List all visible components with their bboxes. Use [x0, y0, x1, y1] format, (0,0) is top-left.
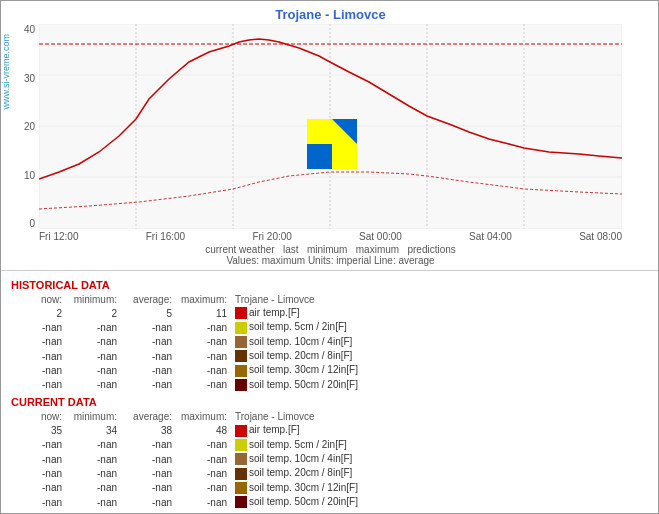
- y-tick-40: 40: [7, 24, 35, 35]
- curr-avg-3: -nan: [121, 466, 176, 480]
- curr-swatch-0: [235, 425, 247, 437]
- x-label-sat04: Sat 04:00: [469, 231, 512, 242]
- curr-min-2: -nan: [66, 452, 121, 466]
- hist-row-0: 2 2 5 11 air temp.[F]: [11, 306, 648, 320]
- x-label-sat00: Sat 00:00: [359, 231, 402, 242]
- curr-col-now: now:: [11, 410, 66, 423]
- curr-swatch-3: [235, 468, 247, 480]
- hist-row-1: -nan -nan -nan -nan soil temp. 5cm / 2in…: [11, 320, 648, 334]
- hist-label-4: soil temp. 30cm / 12in[F]: [231, 363, 648, 377]
- hist-avg-3: -nan: [121, 349, 176, 363]
- curr-swatch-5: [235, 496, 247, 508]
- curr-avg-5: -nan: [121, 495, 176, 509]
- x-label-fri12: Fri 12:00: [39, 231, 78, 242]
- y-tick-0: 0: [7, 218, 35, 229]
- hist-row-5: -nan -nan -nan -nan soil temp. 50cm / 20…: [11, 378, 648, 392]
- curr-now-0: 35: [11, 423, 66, 437]
- hist-label-0: air temp.[F]: [231, 306, 648, 320]
- curr-label-3: soil temp. 20cm / 8in[F]: [231, 466, 648, 480]
- curr-col-min: minimum:: [66, 410, 121, 423]
- curr-max-4: -nan: [176, 481, 231, 495]
- curr-now-3: -nan: [11, 466, 66, 480]
- svg-rect-17: [332, 144, 357, 169]
- hist-col-max: maximum:: [176, 293, 231, 306]
- hist-now-1: -nan: [11, 320, 66, 334]
- curr-max-1: -nan: [176, 438, 231, 452]
- curr-now-5: -nan: [11, 495, 66, 509]
- curr-avg-4: -nan: [121, 481, 176, 495]
- hist-label-1: soil temp. 5cm / 2in[F]: [231, 320, 648, 334]
- x-axis-labels: Fri 12:00 Fri 16:00 Fri 20:00 Sat 00:00 …: [39, 231, 622, 242]
- curr-row-4: -nan -nan -nan -nan soil temp. 30cm / 12…: [11, 481, 648, 495]
- curr-row-0: 35 34 38 48 air temp.[F]: [11, 423, 648, 437]
- curr-row-5: -nan -nan -nan -nan soil temp. 50cm / 20…: [11, 495, 648, 509]
- hist-now-0: 2: [11, 306, 66, 320]
- hist-row-2: -nan -nan -nan -nan soil temp. 10cm / 4i…: [11, 335, 648, 349]
- hist-min-3: -nan: [66, 349, 121, 363]
- hist-max-1: -nan: [176, 320, 231, 334]
- curr-col-avg: average:: [121, 410, 176, 423]
- hist-col-now: now:: [11, 293, 66, 306]
- x-label-fri20: Fri 20:00: [252, 231, 291, 242]
- curr-max-0: 48: [176, 423, 231, 437]
- hist-label-5: soil temp. 50cm / 20in[F]: [231, 378, 648, 392]
- hist-label-3: soil temp. 20cm / 8in[F]: [231, 349, 648, 363]
- curr-col-max: maximum:: [176, 410, 231, 423]
- hist-min-0: 2: [66, 306, 121, 320]
- curr-now-1: -nan: [11, 438, 66, 452]
- curr-label-0: air temp.[F]: [231, 423, 648, 437]
- curr-min-0: 34: [66, 423, 121, 437]
- curr-label-2: soil temp. 10cm / 4in[F]: [231, 452, 648, 466]
- curr-max-5: -nan: [176, 495, 231, 509]
- hist-avg-5: -nan: [121, 378, 176, 392]
- hist-swatch-4: [235, 365, 247, 377]
- hist-label-2: soil temp. 10cm / 4in[F]: [231, 335, 648, 349]
- historical-header: HISTORICAL DATA: [11, 279, 648, 291]
- hist-max-2: -nan: [176, 335, 231, 349]
- hist-avg-2: -nan: [121, 335, 176, 349]
- curr-avg-2: -nan: [121, 452, 176, 466]
- x-label-fri16: Fri 16:00: [146, 231, 185, 242]
- curr-label-4: soil temp. 30cm / 12in[F]: [231, 481, 648, 495]
- curr-min-5: -nan: [66, 495, 121, 509]
- hist-now-5: -nan: [11, 378, 66, 392]
- hist-now-3: -nan: [11, 349, 66, 363]
- curr-col-name: Trojane - Limovce: [231, 410, 648, 423]
- curr-min-4: -nan: [66, 481, 121, 495]
- hist-max-0: 11: [176, 306, 231, 320]
- curr-max-2: -nan: [176, 452, 231, 466]
- curr-swatch-2: [235, 453, 247, 465]
- hist-swatch-2: [235, 336, 247, 348]
- side-watermark: www.si-vreme.com: [1, 34, 11, 110]
- y-axis: 40 30 20 10 0: [7, 24, 35, 229]
- hist-avg-0: 5: [121, 306, 176, 320]
- current-header: CURRENT DATA: [11, 396, 648, 408]
- chart-title: Trojane - Limovce: [1, 1, 659, 24]
- curr-min-1: -nan: [66, 438, 121, 452]
- hist-swatch-1: [235, 322, 247, 334]
- curr-now-2: -nan: [11, 452, 66, 466]
- hist-avg-1: -nan: [121, 320, 176, 334]
- curr-row-1: -nan -nan -nan -nan soil temp. 5cm / 2in…: [11, 438, 648, 452]
- curr-avg-1: -nan: [121, 438, 176, 452]
- curr-max-3: -nan: [176, 466, 231, 480]
- x-label-sat08: Sat 08:00: [579, 231, 622, 242]
- curr-avg-0: 38: [121, 423, 176, 437]
- hist-col-min: minimum:: [66, 293, 121, 306]
- hist-max-5: -nan: [176, 378, 231, 392]
- hist-swatch-3: [235, 350, 247, 362]
- hist-col-name: Trojane - Limovce: [231, 293, 648, 306]
- curr-row-2: -nan -nan -nan -nan soil temp. 10cm / 4i…: [11, 452, 648, 466]
- current-table: now: minimum: average: maximum: Trojane …: [11, 410, 648, 509]
- hist-now-2: -nan: [11, 335, 66, 349]
- main-container: Trojane - Limovce 40 30 20 10 0 www.si-v…: [1, 1, 658, 513]
- hist-min-2: -nan: [66, 335, 121, 349]
- curr-min-3: -nan: [66, 466, 121, 480]
- curr-row-3: -nan -nan -nan -nan soil temp. 20cm / 8i…: [11, 466, 648, 480]
- hist-max-3: -nan: [176, 349, 231, 363]
- historical-table: now: minimum: average: maximum: Trojane …: [11, 293, 648, 392]
- hist-now-4: -nan: [11, 363, 66, 377]
- hist-min-4: -nan: [66, 363, 121, 377]
- svg-marker-16: [307, 144, 332, 169]
- chart-area: Trojane - Limovce 40 30 20 10 0 www.si-v…: [1, 1, 659, 271]
